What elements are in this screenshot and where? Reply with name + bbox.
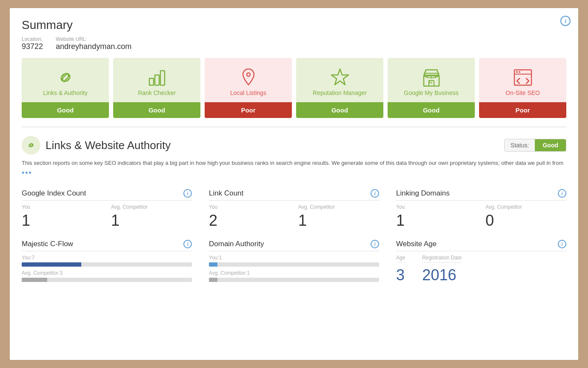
- domain-authority-avg-bar: [209, 278, 217, 282]
- website-age-reg-label: Registration Date: [422, 255, 462, 261]
- link-count-avg-value: 1: [298, 212, 379, 230]
- linking-domains-you-label: You: [396, 204, 477, 210]
- card-body-rank-checker: Rank Checker: [113, 58, 200, 102]
- svg-point-3: [247, 73, 250, 76]
- link-count-avg-label: Avg. Competitor: [298, 204, 379, 210]
- metric-website-age: Website Age i Age 3 Registration Date 20…: [396, 240, 566, 296]
- section-title-area: Links & Website Authority: [22, 136, 171, 155]
- website-age-age-value: 3: [396, 266, 405, 284]
- metric-google-index-cols: You 1 Avg. Competitor 1: [22, 204, 192, 230]
- metric-domain-authority-title: Domain Authority: [209, 240, 264, 248]
- card-local-listings[interactable]: Local Listings Poor: [205, 58, 292, 118]
- metric-google-index-help[interactable]: i: [183, 189, 192, 198]
- majestic-cflow-you-bar: [22, 262, 81, 267]
- location-label: Location:: [22, 36, 43, 42]
- metric-linking-domains-title: Linking Domains: [396, 189, 450, 198]
- metric-majestic-cflow-header: Majestic C-Flow i: [22, 240, 192, 251]
- metric-linking-domains-help[interactable]: i: [558, 189, 566, 198]
- card-body-reputation-manager: Reputation Manager: [296, 58, 383, 102]
- metric-linking-domains-you: You 1: [396, 204, 477, 230]
- card-reputation-manager[interactable]: Reputation Manager Good: [296, 58, 383, 118]
- card-footer-links-authority: Good: [22, 102, 109, 118]
- linking-domains-avg-label: Avg. Competitor: [485, 204, 566, 210]
- majestic-cflow-avg-bar: [22, 278, 47, 282]
- domain-authority-you-label: You:1: [209, 255, 379, 261]
- metric-link-count-help[interactable]: i: [371, 189, 379, 198]
- cards-row: Links & Authority Good Rank Checker Good: [22, 58, 566, 118]
- section-title: Links & Website Authority: [46, 139, 171, 152]
- location-item: Location: 93722: [22, 36, 43, 51]
- svg-text:G: G: [429, 79, 433, 84]
- metric-link-count-avg: Avg. Competitor 1: [298, 204, 379, 230]
- google-index-you-value: 1: [22, 212, 103, 230]
- svg-marker-4: [331, 69, 348, 85]
- svg-point-13: [519, 71, 520, 73]
- link-count-you-value: 2: [209, 212, 290, 230]
- card-google-my-business[interactable]: G Google My Business Good: [388, 58, 475, 118]
- card-footer-on-site-seo: Poor: [479, 102, 566, 118]
- metric-majestic-cflow-help[interactable]: i: [183, 240, 192, 248]
- metric-domain-authority-help[interactable]: i: [371, 240, 379, 248]
- metric-domain-authority: Domain Authority i You:1 Avg. Competitor…: [209, 240, 379, 296]
- website-age-age-label: Age: [396, 255, 405, 261]
- metrics-grid: Google Index Count i You 1 Avg. Competit…: [22, 189, 566, 296]
- card-label-reputation-manager: Reputation Manager: [313, 89, 367, 96]
- website-age-reg-value: 2016: [422, 266, 462, 284]
- domain-authority-avg-track: [209, 278, 379, 282]
- card-footer-reputation-manager: Good: [296, 102, 383, 118]
- metric-link-count-header: Link Count i: [209, 189, 379, 201]
- majestic-cflow-avg-track: [22, 278, 192, 282]
- card-footer-google-my-business: Good: [388, 102, 475, 118]
- metric-link-count-title: Link Count: [209, 189, 243, 198]
- majestic-cflow-you-track: [22, 262, 192, 267]
- metric-website-age-help[interactable]: i: [558, 240, 566, 248]
- chain-icon: [54, 66, 77, 89]
- age-divider: [396, 262, 405, 263]
- metric-linking-domains-cols: You 1 Avg. Competitor 0: [396, 204, 566, 230]
- metric-domain-authority-header: Domain Authority i: [209, 240, 379, 251]
- card-on-site-seo[interactable]: On-Site SEO Poor: [479, 58, 566, 118]
- card-label-on-site-seo: On-Site SEO: [505, 89, 540, 96]
- domain-authority-avg-label: Avg. Competitor:1: [209, 270, 379, 276]
- read-more-dots[interactable]: •••: [22, 169, 32, 177]
- website-age-cols: Age 3 Registration Date 2016: [396, 255, 566, 284]
- website-age-age-col: Age 3: [396, 255, 405, 284]
- code-icon: [511, 66, 535, 89]
- meta-row: Location: 93722 Website URL: andreyhandy…: [22, 36, 566, 51]
- majestic-cflow-you-label: You:7: [22, 255, 192, 261]
- card-footer-local-listings: Poor: [205, 102, 292, 118]
- majestic-cflow-avg-label: Avg. Competitor:3: [22, 270, 192, 276]
- google-index-avg-label: Avg. Competitor: [111, 204, 192, 210]
- card-body-google-my-business: G Google My Business: [388, 58, 475, 102]
- svg-rect-1: [155, 75, 159, 85]
- website-age-reg-col: Registration Date 2016: [422, 255, 462, 284]
- card-links-authority[interactable]: Links & Authority Good: [22, 58, 109, 118]
- metric-google-index-header: Google Index Count i: [22, 189, 192, 201]
- pin-icon: [237, 66, 260, 89]
- section-description: This section reports on some key SEO ind…: [22, 159, 566, 179]
- card-label-google-my-business: Google My Business: [404, 89, 458, 96]
- metric-google-index-title: Google Index Count: [22, 189, 86, 198]
- status-badge: Status: Good: [504, 139, 566, 152]
- svg-point-12: [516, 71, 518, 73]
- help-icon[interactable]: i: [560, 16, 571, 26]
- svg-rect-2: [160, 71, 165, 85]
- bars-icon: [145, 66, 169, 89]
- status-label-text: Status:: [505, 139, 535, 151]
- majestic-cflow-bars: You:7 Avg. Competitor:3: [22, 255, 192, 282]
- metric-website-age-header: Website Age i: [396, 240, 566, 251]
- metric-majestic-cflow-title: Majestic C-Flow: [22, 240, 73, 248]
- chain-section-icon: [26, 140, 36, 150]
- url-label: Website URL:: [56, 36, 131, 42]
- metric-google-index-you: You 1: [22, 204, 103, 230]
- google-index-avg-value: 1: [111, 212, 192, 230]
- google-index-you-label: You: [22, 204, 103, 210]
- metric-link-count-you: You 2: [209, 204, 290, 230]
- url-item: Website URL: andreyhandyman.com: [56, 36, 131, 51]
- card-body-on-site-seo: On-Site SEO: [479, 58, 566, 102]
- metric-google-index-avg: Avg. Competitor 1: [111, 204, 192, 230]
- card-rank-checker[interactable]: Rank Checker Good: [113, 58, 200, 118]
- linking-domains-avg-value: 0: [485, 212, 566, 230]
- reg-divider: [422, 262, 462, 263]
- card-label-rank-checker: Rank Checker: [138, 89, 176, 96]
